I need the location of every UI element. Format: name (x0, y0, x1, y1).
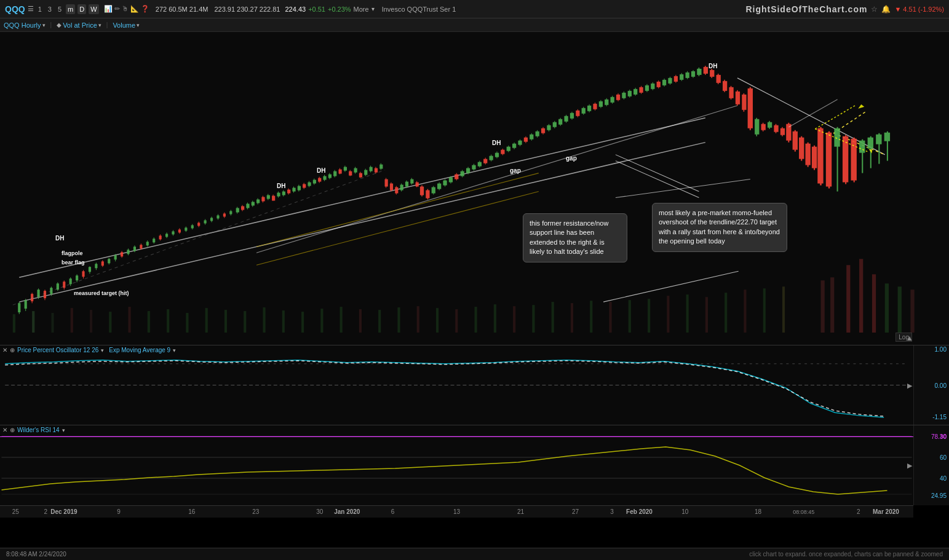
svg-rect-21 (397, 307, 400, 333)
ppo-title-dropdown[interactable]: ▾ (101, 347, 104, 353)
price-change: +0.51 (308, 6, 325, 13)
tf-15m[interactable]: m (66, 4, 75, 14)
rsi-move-icon[interactable]: ⊕ (10, 427, 15, 433)
series-label: Invesco QQQTrust Ser 1 (382, 6, 456, 13)
svg-rect-121 (210, 218, 213, 221)
rsi-close-icon[interactable]: ✕ (2, 427, 7, 433)
more-button[interactable]: More (354, 6, 369, 13)
chart-toolbar: QQQ Hourly ▾ | ◆ Vol at Price ▾ | Volume… (0, 18, 949, 32)
tf-5m[interactable]: 5 (56, 4, 63, 14)
svg-rect-117 (197, 223, 200, 226)
svg-rect-189 (390, 184, 393, 191)
svg-rect-243 (541, 128, 545, 133)
svg-rect-3 (51, 313, 54, 333)
svg-rect-169 (338, 170, 341, 174)
top-bar-left: QQQ ☰ 1 3 5 m D W 📊 ✏ 🖱 📐 ❓ 272 60.5M 21… (5, 4, 745, 14)
time-jan13: 13 (453, 508, 460, 515)
svg-rect-229 (501, 150, 504, 154)
svg-rect-271 (622, 93, 625, 98)
svg-rect-123 (216, 215, 219, 218)
ppo-expand-icon[interactable]: ▶ (907, 381, 912, 389)
svg-rect-39 (744, 290, 746, 333)
svg-rect-89 (108, 259, 110, 263)
svg-rect-265 (605, 100, 608, 105)
vol-at-price-label[interactable]: ◆ Vol at Price ▾ (57, 22, 101, 29)
svg-rect-42 (820, 280, 824, 333)
svg-rect-37 (705, 297, 708, 333)
svg-rect-323 (780, 128, 785, 135)
volume-label[interactable]: Volume ▾ (113, 22, 140, 29)
svg-rect-111 (178, 229, 181, 232)
svg-rect-125 (223, 213, 226, 216)
svg-rect-161 (318, 178, 321, 182)
symbol-dropdown-icon[interactable]: ▾ (42, 22, 46, 28)
svg-rect-289 (674, 76, 678, 82)
svg-rect-295 (691, 71, 695, 77)
tf-d[interactable]: D (77, 4, 86, 14)
overlay1-dropdown[interactable]: ▾ (98, 22, 101, 28)
svg-rect-99 (140, 245, 142, 248)
rsi-panel-header: ✕ ⊕ Wilder's RSI 14 ▾ (2, 427, 65, 433)
ppo-max: 1.00 (935, 346, 947, 353)
svg-rect-325 (786, 124, 791, 141)
svg-rect-10 (186, 313, 188, 333)
svg-rect-237 (524, 138, 528, 142)
top-bar: QQQ ☰ 1 3 5 m D W 📊 ✏ 🖱 📐 ❓ 272 60.5M 21… (0, 0, 949, 18)
menu-icon[interactable]: ☰ (28, 5, 34, 13)
svg-rect-26 (494, 304, 496, 333)
svg-rect-199 (416, 183, 419, 187)
time-25: 25 (12, 508, 19, 515)
svg-rect-247 (553, 122, 557, 127)
svg-rect-259 (587, 106, 591, 111)
svg-rect-305 (723, 81, 727, 91)
dropdown-arrow[interactable]: ▾ (371, 6, 375, 12)
svg-rect-219 (472, 165, 475, 170)
svg-rect-331 (805, 144, 810, 165)
svg-rect-319 (768, 122, 772, 128)
svg-rect-191 (395, 187, 398, 194)
svg-rect-85 (95, 264, 97, 268)
rsi-axis: 78.30 80 60 40 24.95 (913, 425, 949, 505)
tf-w[interactable]: W (89, 4, 98, 14)
site-brand: RightSideOfTheChart.com (745, 4, 867, 14)
time-dec16: 16 (188, 508, 195, 515)
rsi-expand-icon[interactable]: ▶ (907, 462, 912, 470)
tf-1m[interactable]: 1 (36, 4, 44, 14)
svg-rect-201 (420, 187, 424, 195)
svg-rect-46 (872, 274, 876, 333)
svg-rect-211 (449, 178, 453, 183)
svg-rect-16 (301, 312, 304, 333)
tf-3m[interactable]: 3 (46, 4, 54, 14)
svg-rect-9 (167, 309, 169, 333)
svg-rect-235 (518, 141, 522, 145)
expand-arrow-icon[interactable]: ▲ (906, 334, 913, 342)
bell-icon[interactable]: 🔔 (881, 5, 891, 14)
rsi-title-dropdown[interactable]: ▾ (62, 427, 65, 433)
ppo-ema-dropdown[interactable]: ▾ (173, 347, 176, 353)
ppo-close-icon[interactable]: ✕ (2, 347, 7, 353)
svg-rect-22 (417, 306, 419, 333)
ticker-label[interactable]: QQQ (5, 4, 25, 14)
overlay2-dropdown[interactable]: ▾ (137, 22, 140, 28)
svg-rect-267 (611, 97, 614, 103)
svg-rect-137 (256, 199, 260, 203)
svg-rect-0 (0, 32, 949, 345)
ppo-move-icon[interactable]: ⊕ (10, 347, 15, 353)
svg-rect-185 (379, 165, 383, 169)
svg-rect-141 (267, 195, 270, 199)
svg-rect-2 (32, 311, 34, 333)
svg-rect-273 (628, 91, 632, 97)
svg-rect-23 (436, 308, 439, 333)
svg-rect-139 (261, 197, 264, 201)
svg-rect-329 (799, 138, 804, 159)
time-feb10: 10 (681, 508, 688, 515)
svg-rect-181 (370, 167, 373, 172)
price-chart-svg (0, 32, 949, 345)
price-panel[interactable]: QQQ Invesco QQQTrust S (0, 32, 949, 345)
star-icon[interactable]: ☆ (871, 5, 878, 14)
chart-symbol-label[interactable]: QQQ Hourly ▾ (4, 22, 46, 29)
svg-rect-133 (246, 203, 249, 208)
svg-rect-33 (629, 300, 631, 333)
svg-rect-127 (229, 211, 232, 214)
svg-rect-335 (817, 128, 823, 184)
